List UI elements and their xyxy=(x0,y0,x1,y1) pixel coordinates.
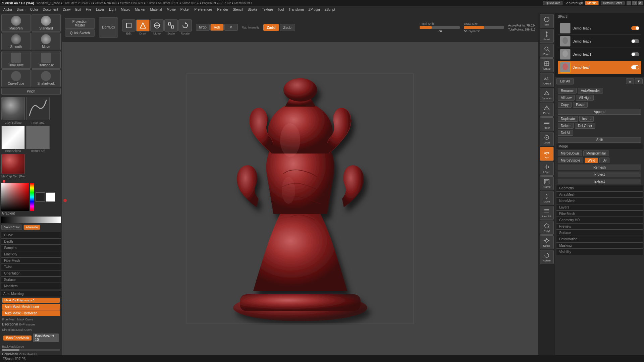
menu-layer[interactable]: Layer xyxy=(94,7,106,12)
curve-section[interactable]: Curve xyxy=(1,232,61,238)
copy-btn[interactable]: Copy xyxy=(558,102,572,108)
geometry-hd-hdr[interactable]: Geometry HD xyxy=(556,217,643,223)
all-high-btn[interactable]: All High xyxy=(576,95,593,101)
swatch-black[interactable] xyxy=(36,192,45,202)
v-icon-rotate[interactable]: Rotate xyxy=(540,250,554,264)
draw-btn[interactable] xyxy=(136,19,150,32)
deformation-hdr[interactable]: Deformation xyxy=(556,236,643,242)
subtool-demohead2-1[interactable]: DemoHead2 xyxy=(558,22,641,35)
v-icon-actual[interactable]: Actual xyxy=(540,58,554,72)
geometry-hdr[interactable]: Geometry xyxy=(556,185,643,191)
menu-document[interactable]: Document xyxy=(41,7,60,12)
focal-slider[interactable] xyxy=(420,26,460,29)
subtool-demohead1[interactable]: DemoHead1 xyxy=(558,48,641,61)
brush-snakehook[interactable]: SnakeHook xyxy=(32,69,61,87)
menu-macro[interactable]: Macro xyxy=(119,7,132,12)
menu-transform[interactable]: Transform xyxy=(286,7,306,12)
v-icon-lsym[interactable]: LSym xyxy=(540,162,554,176)
brush-alpha-preview[interactable] xyxy=(1,126,25,149)
texture-preview[interactable] xyxy=(26,126,50,149)
v-icon-xyz[interactable]: Xyz Xyz xyxy=(540,147,554,161)
uv-btn[interactable]: Uv xyxy=(599,158,609,163)
weld-btn[interactable]: Weld xyxy=(585,158,598,163)
swatch-white[interactable] xyxy=(46,192,55,202)
draw-size-slider[interactable] xyxy=(464,26,504,29)
menu-zscript[interactable]: ZScript xyxy=(323,7,337,12)
v-icon-aahalf[interactable]: AA AAHalf xyxy=(540,73,554,87)
auto-mask-mesh-insert-btn[interactable]: Auto Mask Mesh Insert xyxy=(2,304,60,310)
v-icon-polyf[interactable]: Polyf xyxy=(540,221,554,235)
v-icon-frame[interactable]: Frame xyxy=(540,176,554,190)
all-low-btn[interactable]: All Low xyxy=(558,95,575,101)
fibermesh-hdr[interactable]: FiberMesh xyxy=(556,210,643,217)
visibility-hdr[interactable]: Visibility xyxy=(556,249,643,255)
samples-section[interactable]: Samples xyxy=(1,245,61,251)
close-btn[interactable]: ✕ xyxy=(638,1,643,5)
v-icon-zoom[interactable]: Zoom xyxy=(540,44,554,58)
brush-pinch[interactable]: Pinch xyxy=(1,88,61,95)
auto-masking-hdr[interactable]: Auto Masking xyxy=(1,291,61,297)
brush-move[interactable]: Move xyxy=(32,33,61,50)
menu-draw[interactable]: Draw xyxy=(61,7,72,12)
delete-btn[interactable]: Delete xyxy=(558,123,574,129)
masking-hdr[interactable]: Masking xyxy=(556,242,643,249)
zadd-btn[interactable]: Zadd xyxy=(263,24,279,31)
v-icon-persp[interactable]: Persp xyxy=(540,103,554,117)
v-icon-move[interactable]: Move xyxy=(540,191,554,205)
subtool-toggle-3[interactable] xyxy=(631,52,639,56)
v-icon-dynamic[interactable]: Dynamic xyxy=(540,88,554,102)
list-all-btn[interactable]: List All xyxy=(556,78,574,84)
back-mask-slider[interactable] xyxy=(2,349,60,351)
spix-label[interactable]: SPix 3 xyxy=(556,14,569,19)
menu-color[interactable]: Color xyxy=(28,7,40,12)
backface-mask-btn[interactable]: BackFaceMask xyxy=(3,336,32,341)
subtool-toggle-2[interactable] xyxy=(631,39,639,43)
twist-section[interactable]: Twist xyxy=(1,264,61,270)
append-btn[interactable]: Append xyxy=(558,109,641,115)
v-icon-brill[interactable]: Brill xyxy=(540,14,554,28)
default-script-btn[interactable]: DefaultZScript xyxy=(601,1,625,5)
merge-section-title[interactable]: Merge xyxy=(556,143,643,149)
rename-btn[interactable]: Rename xyxy=(558,88,577,94)
menu-brush[interactable]: Brush xyxy=(15,7,28,12)
quick-save-btn[interactable]: QuickSave xyxy=(543,1,562,5)
v-icon-linefill[interactable]: Line Fill xyxy=(540,206,554,220)
array-mesh-hdr[interactable]: ArrayMesh xyxy=(556,191,643,198)
zsub-btn[interactable]: Zsub xyxy=(280,24,295,31)
scale-btn[interactable] xyxy=(164,19,178,32)
subtool-toggle-4[interactable] xyxy=(631,65,639,69)
projection-master-btn[interactable]: Projection Master xyxy=(65,18,95,29)
elasticity-section[interactable]: Elasticity xyxy=(1,251,61,257)
menu-stencil[interactable]: Stencil xyxy=(231,7,245,12)
depth-section[interactable]: Depth xyxy=(1,238,61,245)
merge-similar-btn[interactable]: MergeSimilar xyxy=(583,150,609,156)
quick-sketch-btn[interactable]: Quick Sketch xyxy=(65,29,95,37)
preview-hdr[interactable]: Preview xyxy=(556,223,643,230)
menu-picker[interactable]: Picker xyxy=(178,7,192,12)
del-all-btn[interactable]: Del All xyxy=(558,130,573,136)
minimize-btn[interactable]: ─ xyxy=(627,1,631,5)
rgb-btn[interactable]: Rgb xyxy=(210,24,224,31)
menu-movie[interactable]: Movie xyxy=(165,7,178,12)
surface-section[interactable]: Surface xyxy=(1,277,61,283)
edit-btn[interactable] xyxy=(122,19,136,32)
menu-preferences[interactable]: Preferences xyxy=(193,7,215,12)
brush-smooth[interactable]: Smooth xyxy=(1,33,31,50)
up-btn[interactable]: ▲ xyxy=(626,78,634,84)
color-saturation-picker[interactable] xyxy=(1,183,29,211)
alternate-btn[interactable]: Alternate xyxy=(23,225,40,230)
modifiers-section[interactable]: Modifiers xyxy=(1,283,61,289)
nano-mesh-hdr[interactable]: NanoMesh xyxy=(556,198,643,204)
v-icon-floor[interactable]: Floor xyxy=(540,117,554,131)
menu-file[interactable]: File xyxy=(84,7,93,12)
menu-material[interactable]: Material xyxy=(148,7,164,12)
down-btn[interactable]: ▼ xyxy=(635,78,643,84)
gradient-bar[interactable] xyxy=(1,217,61,223)
menu-render[interactable]: Render xyxy=(215,7,230,12)
brush-standard[interactable]: Standard xyxy=(32,14,61,32)
subtool-demohead[interactable]: DemoHead xyxy=(558,61,641,74)
brush-transpose[interactable]: Transpose xyxy=(32,51,61,69)
duplicate-btn[interactable]: Duplicate xyxy=(558,116,578,122)
v-icon-local[interactable]: Local xyxy=(540,132,554,146)
material-preview[interactable] xyxy=(1,154,25,174)
